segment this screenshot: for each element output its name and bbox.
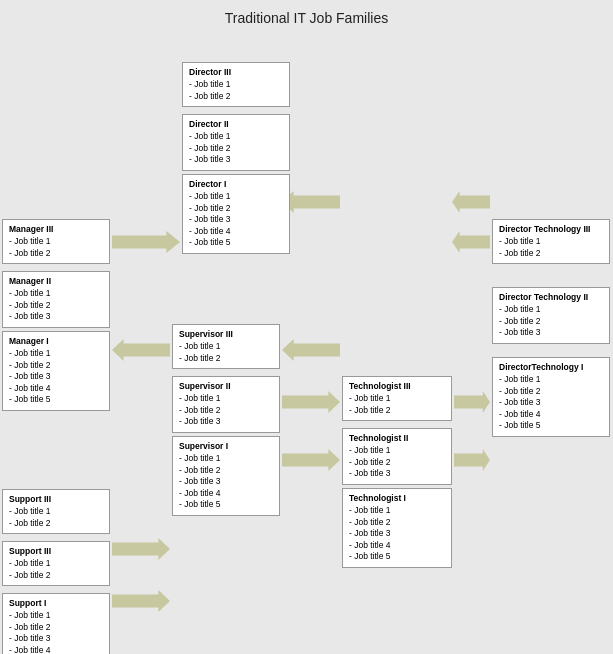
box-title-dir2: Director II — [189, 119, 283, 130]
box-dir3: Director III- Job title 1- Job title 2 — [182, 62, 290, 107]
box-item: - Job title 1 — [349, 505, 445, 516]
box-item: - Job title 2 — [179, 465, 273, 476]
box-item: - Job title 4 — [349, 540, 445, 551]
box-title-mgr3: Manager III — [9, 224, 103, 235]
box-item: - Job title 3 — [189, 214, 283, 225]
box-item: - Job title 1 — [499, 304, 603, 315]
box-item: - Job title 2 — [9, 518, 103, 529]
box-item: - Job title 1 — [179, 341, 273, 352]
box-title-tech1: Technologist I — [349, 493, 445, 504]
arrow-arr4 — [112, 339, 170, 361]
box-item: - Job title 1 — [9, 558, 103, 569]
box-item: - Job title 3 — [349, 468, 445, 479]
box-tech1: Technologist I- Job title 1- Job title 2… — [342, 488, 452, 568]
box-item: - Job title 2 — [9, 622, 103, 633]
box-item: - Job title 3 — [189, 154, 283, 165]
arrow-arr9 — [454, 391, 490, 413]
box-item: - Job title 2 — [179, 353, 273, 364]
box-item: - Job title 4 — [499, 409, 603, 420]
box-sup3: Supervisor III- Job title 1- Job title 2 — [172, 324, 280, 369]
box-item: - Job title 2 — [499, 316, 603, 327]
box-item: - Job title 1 — [189, 191, 283, 202]
box-item: - Job title 1 — [499, 374, 603, 385]
box-item: - Job title 3 — [499, 327, 603, 338]
box-item: - Job title 2 — [189, 203, 283, 214]
box-item: - Job title 2 — [9, 360, 103, 371]
box-item: - Job title 5 — [9, 394, 103, 405]
box-item: - Job title 1 — [179, 453, 273, 464]
box-item: - Job title 1 — [189, 79, 283, 90]
arrow-arr11 — [452, 231, 490, 253]
arrow-arr12 — [452, 191, 490, 213]
box-title-sup3b: Support III — [9, 494, 103, 505]
diagram: Director III- Job title 1- Job title 2Di… — [0, 34, 613, 654]
arrow-arr5 — [282, 191, 340, 213]
box-item: - Job title 3 — [9, 633, 103, 644]
box-dtech1: DirectorTechnology I- Job title 1- Job t… — [492, 357, 610, 437]
box-item: - Job title 4 — [189, 226, 283, 237]
arrow-arr1 — [112, 231, 180, 253]
box-title-sup2: Supervisor II — [179, 381, 273, 392]
box-title-mgr2: Manager II — [9, 276, 103, 287]
arrow-arr6 — [282, 391, 340, 413]
box-item: - Job title 3 — [499, 397, 603, 408]
box-item: - Job title 2 — [499, 248, 603, 259]
box-item: - Job title 1 — [9, 348, 103, 359]
box-item: - Job title 5 — [189, 237, 283, 248]
box-item: - Job title 2 — [9, 248, 103, 259]
box-dtech3: Director Technology III- Job title 1- Jo… — [492, 219, 610, 264]
box-item: - Job title 1 — [349, 445, 445, 456]
box-item: - Job title 1 — [9, 506, 103, 517]
arrow-arr3 — [112, 590, 170, 612]
box-sup1: Supervisor I- Job title 1- Job title 2- … — [172, 436, 280, 516]
box-sup3b: Support III- Job title 1- Job title 2 — [2, 489, 110, 534]
arrow-arr7 — [282, 449, 340, 471]
arrow-arr2 — [112, 538, 170, 560]
box-item: - Job title 2 — [189, 143, 283, 154]
box-item: - Job title 2 — [9, 300, 103, 311]
box-item: - Job title 2 — [349, 517, 445, 528]
box-item: - Job title 2 — [349, 457, 445, 468]
box-item: - Job title 1 — [499, 236, 603, 247]
box-title-mgr1: Manager I — [9, 336, 103, 347]
box-item: - Job title 1 — [9, 610, 103, 621]
box-mgr2: Manager II- Job title 1- Job title 2- Jo… — [2, 271, 110, 328]
box-item: - Job title 2 — [179, 405, 273, 416]
box-item: - Job title 1 — [179, 393, 273, 404]
box-item: - Job title 3 — [9, 371, 103, 382]
box-mgr3: Manager III- Job title 1- Job title 2 — [2, 219, 110, 264]
box-sup2: Supervisor II- Job title 1- Job title 2-… — [172, 376, 280, 433]
box-item: - Job title 4 — [179, 488, 273, 499]
box-dir2: Director II- Job title 1- Job title 2- J… — [182, 114, 290, 171]
box-title-dtech1: DirectorTechnology I — [499, 362, 603, 373]
box-item: - Job title 5 — [349, 551, 445, 562]
box-item: - Job title 5 — [179, 499, 273, 510]
arrow-arr10 — [454, 449, 490, 471]
box-item: - Job title 2 — [9, 570, 103, 581]
box-item: - Job title 2 — [349, 405, 445, 416]
box-title-dtech3: Director Technology III — [499, 224, 603, 235]
box-item: - Job title 3 — [9, 311, 103, 322]
box-title-tech3: Technologist III — [349, 381, 445, 392]
page-title: Traditional IT Job Families — [0, 0, 613, 34]
box-title-dir3: Director III — [189, 67, 283, 78]
box-dir1: Director I- Job title 1- Job title 2- Jo… — [182, 174, 290, 254]
box-sup2b: Support III- Job title 1- Job title 2 — [2, 541, 110, 586]
box-item: - Job title 5 — [499, 420, 603, 431]
box-title-sup1: Supervisor I — [179, 441, 273, 452]
box-item: - Job title 1 — [9, 236, 103, 247]
box-title-dir1: Director I — [189, 179, 283, 190]
arrow-arr8 — [282, 339, 340, 361]
box-title-sup3: Supervisor III — [179, 329, 273, 340]
box-title-dtech2: Director Technology II — [499, 292, 603, 303]
box-title-sup1b: Support I — [9, 598, 103, 609]
box-item: - Job title 2 — [189, 91, 283, 102]
box-title-sup2b: Support III — [9, 546, 103, 557]
box-item: - Job title 1 — [349, 393, 445, 404]
box-sup1b: Support I- Job title 1- Job title 2- Job… — [2, 593, 110, 654]
box-item: - Job title 1 — [9, 288, 103, 299]
box-item: - Job title 3 — [179, 416, 273, 427]
box-item: - Job title 2 — [499, 386, 603, 397]
box-tech2: Technologist II- Job title 1- Job title … — [342, 428, 452, 485]
box-item: - Job title 3 — [179, 476, 273, 487]
